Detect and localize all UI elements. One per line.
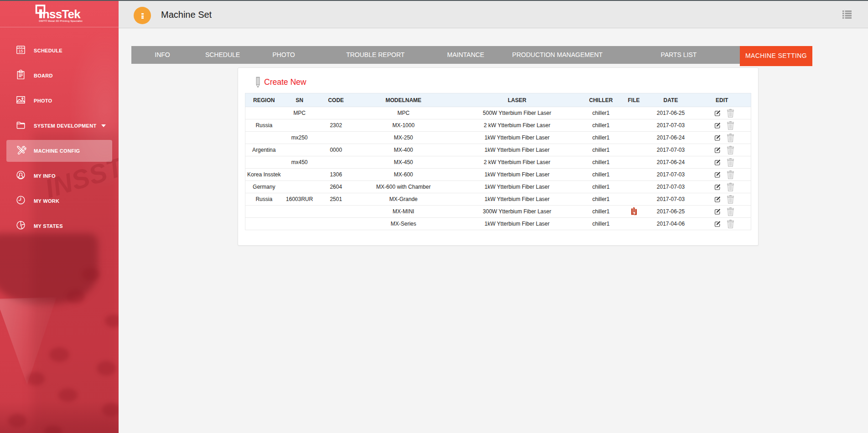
svg-text:DMT® Metal 3D Printing Special: DMT® Metal 3D Printing Specialist [39,19,83,22]
svg-text:15: 15 [18,49,23,53]
